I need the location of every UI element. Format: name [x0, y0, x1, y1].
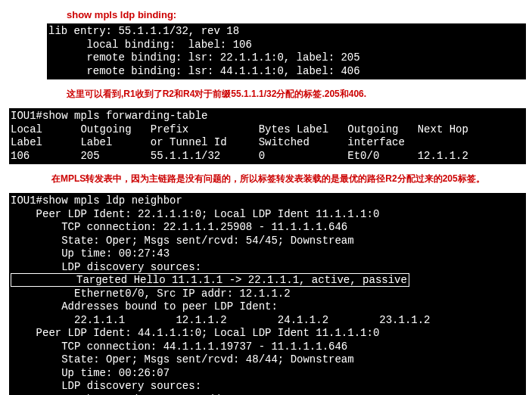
fwd-row: 106 205 55.1.1.1/32 0 Et0/0 12.1.1.2	[11, 150, 468, 162]
peer2-block: Peer LDP Ident: 44.1.1.1:0; Local LDP Id…	[11, 327, 379, 395]
fwd-header: Local Outgoing Prefix Bytes Label Outgoi…	[11, 123, 468, 149]
annotation-2: 在MPLS转发表中，因为主链路是没有问题的，所以标签转发表装载的是最优的路径R2…	[6, 172, 526, 185]
peer1-block-a: Peer LDP Ident: 22.1.1.1:0; Local LDP Id…	[11, 208, 379, 273]
annotation-1: 这里可以看到,R1收到了R2和R4对于前缀55.1.1.1/32分配的标签.20…	[6, 87, 526, 101]
peer1-block-b: Ethernet0/0, Src IP addr: 12.1.1.2 Addre…	[11, 288, 431, 326]
terminal-ldp-binding: lib entry: 55.1.1.1/32, rev 18 local bin…	[47, 23, 526, 79]
neighbor-cmd: IOU1#show mpls ldp neighbor	[11, 194, 182, 207]
command-heading-1: show mpls ldp binding:	[6, 9, 526, 20]
targeted-hello-highlight: Targeted Hello 11.1.1.1 -> 22.1.1.1, act…	[11, 273, 409, 287]
fwd-cmd: IOU1#show mpls forwarding-table	[11, 110, 207, 122]
terminal-forwarding-table: IOU1#show mpls forwarding-table Local Ou…	[9, 108, 526, 164]
terminal-ldp-neighbor: IOU1#show mpls ldp neighbor Peer LDP Ide…	[9, 193, 526, 395]
